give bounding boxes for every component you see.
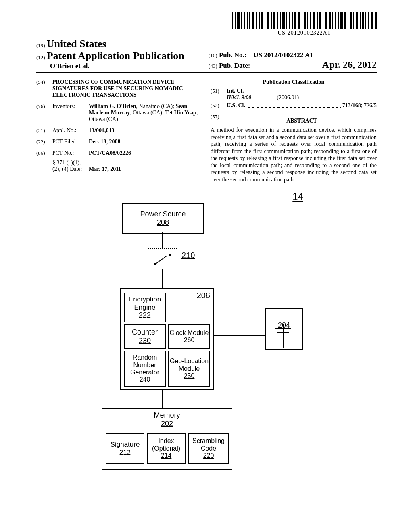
svg-rect-29 bbox=[319, 12, 321, 29]
inid-22: (22) bbox=[36, 139, 52, 145]
fig-rng: Random Number Generator 240 bbox=[124, 351, 166, 387]
switch-icon bbox=[150, 251, 175, 267]
inid-54: (54) bbox=[36, 79, 52, 98]
pctno: PCT/CA08/02226 bbox=[89, 150, 131, 156]
fig-switch bbox=[148, 248, 177, 270]
svg-rect-10 bbox=[261, 12, 263, 29]
svg-rect-44 bbox=[365, 12, 366, 29]
pctno-label: PCT No.: bbox=[52, 150, 89, 156]
country: United States bbox=[47, 38, 106, 50]
fig-line bbox=[162, 269, 163, 288]
pubno-label: Pub. No.: bbox=[219, 51, 246, 59]
svg-rect-19 bbox=[289, 12, 290, 29]
doctype-line: (12) Patent Application Publication bbox=[36, 50, 204, 62]
svg-rect-13 bbox=[271, 12, 272, 29]
svg-rect-34 bbox=[335, 12, 336, 29]
doctype: Patent Application Publication bbox=[47, 50, 184, 62]
inid-43: (43) bbox=[209, 63, 217, 69]
s371-label: § 371 (c)(1), (2), (4) Date: bbox=[52, 160, 89, 172]
svg-line-50 bbox=[155, 256, 167, 264]
fig-index: Index (Optional) 214 bbox=[147, 433, 186, 464]
svg-rect-46 bbox=[371, 12, 373, 29]
pubdate-label: Pub. Date: bbox=[219, 62, 250, 69]
inid-57: (57) bbox=[211, 114, 227, 127]
inid-19: (19) bbox=[36, 42, 45, 48]
inventors-label: Inventors: bbox=[52, 103, 89, 123]
barcode-text: US 20120102322A1 bbox=[232, 30, 377, 36]
svg-rect-5 bbox=[247, 12, 248, 29]
leader-dots bbox=[248, 102, 341, 108]
antenna-bar-icon bbox=[275, 328, 291, 329]
inventors: William G. O'Brien, Nanaimo (CA); Sean M… bbox=[89, 103, 202, 123]
svg-rect-39 bbox=[350, 12, 352, 29]
fig-encryption-engine: Encryption Engine 222 bbox=[124, 293, 166, 322]
uscl-field: (52) U.S. Cl. 713/168; 726/5 bbox=[211, 102, 377, 109]
abstract-label: ABSTRACT bbox=[227, 118, 377, 124]
svg-rect-33 bbox=[332, 12, 333, 29]
svg-rect-20 bbox=[292, 12, 293, 29]
svg-rect-4 bbox=[244, 12, 245, 29]
svg-rect-17 bbox=[282, 12, 285, 29]
svg-rect-9 bbox=[259, 12, 260, 29]
fig-line bbox=[162, 232, 163, 248]
figure: 14 Power Source 208 210 206 bbox=[102, 191, 311, 481]
svg-point-49 bbox=[169, 254, 171, 256]
svg-rect-18 bbox=[286, 12, 287, 29]
pubno-line: (10) Pub. No.: US 2012/0102322 A1 bbox=[209, 51, 377, 59]
inid-21: (21) bbox=[36, 127, 52, 134]
pubdate: Apr. 26, 2012 bbox=[322, 59, 377, 70]
title-field: (54) PROCESSING OF COMMUNICATION DEVICE … bbox=[36, 79, 202, 98]
svg-rect-11 bbox=[265, 12, 265, 29]
svg-rect-37 bbox=[344, 12, 346, 29]
svg-rect-23 bbox=[302, 12, 302, 29]
svg-rect-30 bbox=[323, 12, 323, 29]
intcl-label: Int. Cl. bbox=[227, 88, 244, 94]
s371-field: § 371 (c)(1), (2), (4) Date: Mar. 17, 20… bbox=[36, 160, 202, 172]
fig-geo-module: Geo-Location Module 250 bbox=[168, 351, 210, 387]
left-column: (54) PROCESSING OF COMMUNICATION DEVICE … bbox=[36, 79, 202, 183]
inventors-field: (76) Inventors: William G. O'Brien, Nana… bbox=[36, 103, 202, 123]
svg-rect-36 bbox=[340, 12, 343, 29]
pctfiled: Dec. 18, 2008 bbox=[89, 139, 121, 145]
fig-ref-14: 14 bbox=[292, 191, 303, 202]
pub-class-title: Publication Classification bbox=[211, 79, 377, 85]
pctfiled-field: (22) PCT Filed: Dec. 18, 2008 bbox=[36, 139, 202, 145]
svg-rect-25 bbox=[307, 12, 308, 29]
abstract-header: (57) ABSTRACT bbox=[211, 114, 377, 127]
fig-signature: Signature 212 bbox=[106, 433, 144, 464]
pctfiled-label: PCT Filed: bbox=[52, 139, 89, 145]
pubno: US 2012/0102322 A1 bbox=[253, 51, 313, 59]
svg-rect-2 bbox=[237, 12, 240, 29]
abstract-text: A method for execution in a communicatio… bbox=[211, 127, 377, 183]
antenna-bar-icon bbox=[277, 332, 289, 333]
applno: 13/001,013 bbox=[89, 127, 114, 133]
svg-rect-1 bbox=[235, 12, 236, 29]
svg-rect-42 bbox=[360, 12, 361, 29]
antenna-mast-icon bbox=[283, 324, 284, 348]
inid-86: (86) bbox=[36, 150, 52, 156]
applno-field: (21) Appl. No.: 13/001,013 bbox=[36, 127, 202, 134]
authors: O'Brien et al. bbox=[36, 62, 204, 70]
svg-rect-8 bbox=[256, 12, 257, 29]
svg-rect-40 bbox=[353, 12, 354, 29]
svg-rect-14 bbox=[273, 12, 275, 29]
pctno-field: (86) PCT No.: PCT/CA08/02226 bbox=[36, 150, 202, 156]
inventor-3: Tet Hin Yeap bbox=[165, 110, 196, 116]
inid-12: (12) bbox=[36, 54, 45, 60]
inventor-1: William G. O'Brien bbox=[89, 103, 136, 109]
svg-rect-12 bbox=[267, 12, 269, 29]
inid-51: (51) bbox=[211, 88, 227, 101]
svg-rect-24 bbox=[304, 12, 306, 29]
barcode-svg bbox=[232, 12, 377, 29]
intcl-version: (2006.01) bbox=[277, 94, 299, 100]
svg-rect-27 bbox=[313, 12, 315, 29]
intcl-code: H04L 9/00 bbox=[227, 94, 251, 100]
svg-rect-31 bbox=[325, 12, 327, 29]
figure-wrap: 14 Power Source 208 210 206 bbox=[36, 191, 377, 481]
fig-ref-206: 206 bbox=[197, 291, 210, 300]
pubdate-line: (43) Pub. Date: Apr. 26, 2012 bbox=[209, 59, 377, 70]
intcl-field: (51) Int. Cl. H04L 9/00 (2006.01) bbox=[211, 88, 377, 101]
svg-rect-26 bbox=[310, 12, 311, 29]
country-line: (19) United States bbox=[36, 38, 204, 50]
header-right: (10) Pub. No.: US 2012/0102322 A1 (43) P… bbox=[204, 51, 377, 70]
